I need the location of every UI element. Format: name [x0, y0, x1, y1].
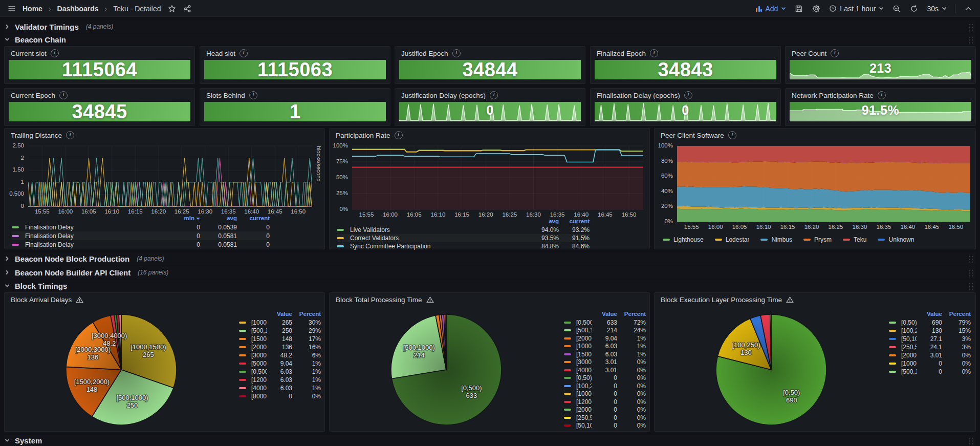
panel-title[interactable]: Finalisation Delay (epochs): [597, 92, 680, 99]
legend-series-name[interactable]: Live Validators: [350, 226, 526, 233]
panel-title[interactable]: Peer Count: [792, 50, 826, 57]
legend-series-name[interactable]: [1500,2000): [251, 335, 267, 343]
chevron-down-icon[interactable]: [4, 437, 10, 443]
legend-series-name[interactable]: Unknown: [888, 236, 914, 243]
menu-icon[interactable]: [7, 4, 16, 13]
legend-series-name[interactable]: Finalisation Delay: [25, 232, 169, 240]
legend-item[interactable]: Lodestar: [715, 236, 750, 243]
chevron-right-icon[interactable]: [4, 24, 10, 30]
legend-column-header[interactable]: avg: [204, 215, 237, 221]
legend-series-name[interactable]: [4000,5000): [251, 385, 267, 392]
info-icon[interactable]: i: [51, 49, 59, 57]
legend-series-name[interactable]: [100,250): [901, 327, 917, 334]
chevron-right-icon[interactable]: [4, 256, 10, 262]
info-icon[interactable]: i: [831, 49, 839, 57]
legend-series-name[interactable]: [1000,2000): [576, 390, 592, 397]
breadcrumb-home[interactable]: Home: [23, 5, 42, 13]
chevron-right-icon[interactable]: [4, 269, 10, 275]
panel-title[interactable]: Head slot: [206, 50, 235, 57]
refresh-icon[interactable]: [909, 4, 919, 13]
legend-series-name[interactable]: [1000,1500): [251, 319, 267, 326]
legend-series-name[interactable]: [1500,2000): [576, 351, 592, 358]
warning-icon[interactable]: [786, 296, 794, 304]
panel-title[interactable]: Current slot: [11, 50, 47, 57]
legend-series-name[interactable]: [12000,∞): [251, 376, 267, 384]
legend-series-name[interactable]: Lodestar: [726, 236, 750, 243]
panel-title[interactable]: Justified Epoch: [401, 50, 448, 57]
legend-series-name[interactable]: [250,500): [901, 344, 917, 351]
legend-series-name[interactable]: [500,1000): [251, 327, 267, 334]
legend-series-name[interactable]: [2000,∞): [576, 406, 592, 413]
legend-series-name[interactable]: Prysm: [814, 236, 832, 243]
panel-title[interactable]: Participation Rate: [336, 132, 390, 139]
panel-title[interactable]: Finalized Epoch: [597, 50, 646, 57]
legend-series-name[interactable]: Finalisation Delay: [25, 241, 169, 248]
zoom-out-icon[interactable]: [892, 4, 901, 13]
info-icon[interactable]: i: [490, 91, 498, 99]
dashboard-settings-icon[interactable]: [812, 4, 821, 13]
legend-series-name[interactable]: [0,50): [576, 374, 592, 381]
panel-title[interactable]: Network Participation Rate: [792, 92, 874, 99]
legend-series-name[interactable]: Sync Committee Participation: [350, 243, 526, 250]
legend-item[interactable]: Lighthouse: [663, 236, 704, 243]
time-range-picker[interactable]: Last 1 hour: [829, 5, 884, 13]
legend-series-name[interactable]: [4000,5000): [576, 367, 592, 374]
info-icon[interactable]: i: [59, 91, 68, 99]
panel-title[interactable]: Current Epoch: [11, 92, 55, 99]
info-icon[interactable]: i: [684, 91, 692, 99]
drag-handle[interactable]: [968, 282, 974, 290]
row-beacon-chain[interactable]: Beacon Chain: [4, 34, 976, 45]
breadcrumb-dashboard-title[interactable]: Teku - Detailed: [113, 5, 161, 13]
legend-series-name[interactable]: [250,500): [576, 414, 592, 421]
info-icon[interactable]: i: [249, 91, 257, 99]
legend-series-name[interactable]: [5000,8000): [251, 360, 267, 367]
drag-handle[interactable]: [968, 23, 974, 31]
drag-handle[interactable]: [968, 36, 974, 44]
legend-series-name[interactable]: [12000,∞): [576, 398, 592, 406]
warning-icon[interactable]: [76, 296, 83, 304]
panel-title[interactable]: Justification Delay (epochs): [401, 92, 486, 99]
legend-series-name[interactable]: [1000,2000): [901, 360, 917, 367]
legend-series-name[interactable]: [2000,∞): [901, 352, 917, 359]
legend-series-name[interactable]: [0,50): [901, 319, 917, 326]
chevron-down-icon[interactable]: [4, 36, 10, 43]
legend-series-name[interactable]: [3000,4000): [576, 358, 592, 366]
panel-title[interactable]: Trailing Distance: [11, 132, 62, 139]
info-icon[interactable]: i: [239, 49, 248, 57]
drag-handle[interactable]: [968, 255, 974, 263]
legend-column-header[interactable]: Percent: [946, 311, 971, 317]
legend-column-header[interactable]: Value: [596, 311, 617, 317]
row-beacon-node-builder-api-client[interactable]: Beacon Node Builder API Client (16 panel…: [4, 266, 976, 279]
breadcrumb-dashboards[interactable]: Dashboards: [57, 5, 99, 13]
legend-series-name[interactable]: Nimbus: [771, 236, 792, 243]
legend-series-name[interactable]: [50,100): [576, 422, 592, 429]
refresh-interval-dropdown[interactable]: 30s: [927, 5, 947, 13]
legend-series-name[interactable]: [500,1000): [901, 368, 917, 375]
info-icon[interactable]: i: [66, 131, 74, 139]
add-button[interactable]: Add: [756, 5, 786, 13]
chevron-down-icon[interactable]: [4, 283, 10, 289]
legend-column-header[interactable]: avg: [530, 218, 559, 224]
legend-series-name[interactable]: [1000,1500): [576, 343, 592, 350]
legend-series-name[interactable]: Finalisation Delay: [25, 224, 169, 231]
panel-title[interactable]: Peer Client Software: [661, 132, 724, 139]
drag-handle[interactable]: [968, 437, 974, 444]
row-validator-timings[interactable]: Validator Timings (4 panels): [4, 20, 976, 33]
legend-column-header[interactable]: current: [241, 215, 270, 221]
row-system[interactable]: System: [4, 435, 976, 446]
save-dashboard-icon[interactable]: [794, 4, 803, 13]
panel-title[interactable]: Block Total Processing Time: [336, 296, 422, 304]
legend-column-header[interactable]: Percent: [621, 311, 646, 317]
star-icon[interactable]: [167, 4, 177, 13]
chevron-up-icon[interactable]: [964, 4, 973, 13]
legend-item[interactable]: Nimbus: [760, 236, 792, 243]
info-icon[interactable]: i: [878, 91, 886, 99]
panel-title[interactable]: Block Arrival Delays: [11, 296, 72, 304]
legend-series-name[interactable]: [3000,4000): [251, 352, 267, 359]
share-icon[interactable]: [183, 4, 192, 13]
legend-column-header[interactable]: Value: [271, 311, 292, 317]
legend-column-header[interactable]: current: [563, 218, 590, 224]
warning-icon[interactable]: [426, 296, 434, 304]
info-icon[interactable]: i: [650, 49, 658, 57]
info-icon[interactable]: i: [452, 49, 461, 57]
